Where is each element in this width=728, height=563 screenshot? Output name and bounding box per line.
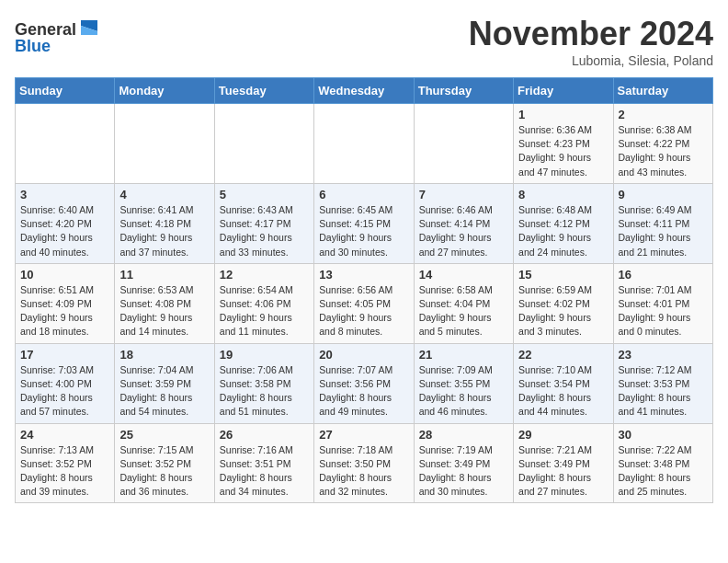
- calendar-cell: [16, 104, 115, 184]
- day-number: 20: [319, 348, 408, 362]
- weekday-header-sunday: Sunday: [16, 78, 115, 104]
- calendar-cell: [414, 104, 513, 184]
- day-number: 1: [518, 108, 608, 121]
- calendar-week-3: 10Sunrise: 6:51 AM Sunset: 4:09 PM Dayli…: [16, 263, 713, 343]
- calendar-table: SundayMondayTuesdayWednesdayThursdayFrid…: [15, 77, 713, 503]
- calendar-cell: 3Sunrise: 6:40 AM Sunset: 4:20 PM Daylig…: [16, 183, 115, 263]
- day-info: Sunrise: 7:19 AM Sunset: 3:49 PM Dayligh…: [419, 443, 508, 500]
- logo-icon: General Blue: [15, 15, 97, 55]
- day-info: Sunrise: 7:12 AM Sunset: 3:53 PM Dayligh…: [619, 363, 708, 419]
- calendar-cell: 16Sunrise: 7:01 AM Sunset: 4:01 PM Dayli…: [613, 263, 712, 343]
- logo: General Blue: [15, 15, 97, 55]
- calendar-cell: 29Sunrise: 7:21 AM Sunset: 3:49 PM Dayli…: [514, 423, 613, 503]
- day-number: 26: [220, 428, 309, 442]
- day-info: Sunrise: 6:36 AM Sunset: 4:23 PM Dayligh…: [518, 123, 608, 179]
- calendar-cell: [214, 104, 313, 184]
- day-number: 5: [220, 188, 309, 201]
- day-number: 18: [119, 348, 209, 362]
- day-number: 28: [419, 428, 508, 442]
- calendar-cell: [115, 104, 214, 184]
- day-number: 7: [419, 188, 508, 201]
- day-info: Sunrise: 6:40 AM Sunset: 4:20 PM Dayligh…: [20, 203, 109, 259]
- calendar-cell: 17Sunrise: 7:03 AM Sunset: 4:00 PM Dayli…: [16, 343, 115, 423]
- day-number: 6: [319, 188, 408, 201]
- day-number: 15: [518, 268, 608, 282]
- calendar-cell: [314, 104, 414, 184]
- calendar-cell: 18Sunrise: 7:04 AM Sunset: 3:59 PM Dayli…: [115, 343, 214, 423]
- day-number: 8: [518, 188, 608, 201]
- calendar-week-5: 24Sunrise: 7:13 AM Sunset: 3:52 PM Dayli…: [16, 423, 713, 503]
- calendar-week-2: 3Sunrise: 6:40 AM Sunset: 4:20 PM Daylig…: [16, 183, 713, 263]
- day-info: Sunrise: 7:09 AM Sunset: 3:55 PM Dayligh…: [419, 363, 508, 419]
- day-number: 30: [619, 428, 708, 442]
- calendar-cell: 21Sunrise: 7:09 AM Sunset: 3:55 PM Dayli…: [414, 343, 513, 423]
- day-info: Sunrise: 7:16 AM Sunset: 3:51 PM Dayligh…: [220, 443, 309, 500]
- calendar-week-1: 1Sunrise: 6:36 AM Sunset: 4:23 PM Daylig…: [16, 104, 713, 184]
- day-number: 9: [619, 188, 708, 201]
- day-info: Sunrise: 6:53 AM Sunset: 4:08 PM Dayligh…: [119, 283, 209, 339]
- calendar-cell: 26Sunrise: 7:16 AM Sunset: 3:51 PM Dayli…: [214, 423, 313, 503]
- day-info: Sunrise: 6:45 AM Sunset: 4:15 PM Dayligh…: [319, 203, 408, 259]
- calendar-cell: 9Sunrise: 6:49 AM Sunset: 4:11 PM Daylig…: [613, 183, 712, 263]
- day-info: Sunrise: 6:48 AM Sunset: 4:12 PM Dayligh…: [518, 203, 608, 259]
- calendar-cell: 5Sunrise: 6:43 AM Sunset: 4:17 PM Daylig…: [214, 183, 313, 263]
- calendar-cell: 14Sunrise: 6:58 AM Sunset: 4:04 PM Dayli…: [414, 263, 513, 343]
- day-info: Sunrise: 6:46 AM Sunset: 4:14 PM Dayligh…: [419, 203, 508, 259]
- day-number: 19: [220, 348, 309, 362]
- day-info: Sunrise: 7:03 AM Sunset: 4:00 PM Dayligh…: [20, 363, 109, 419]
- day-info: Sunrise: 7:21 AM Sunset: 3:49 PM Dayligh…: [518, 443, 608, 500]
- day-number: 2: [619, 108, 708, 121]
- day-number: 23: [619, 348, 708, 362]
- day-info: Sunrise: 6:51 AM Sunset: 4:09 PM Dayligh…: [20, 283, 109, 339]
- calendar-cell: 13Sunrise: 6:56 AM Sunset: 4:05 PM Dayli…: [314, 263, 414, 343]
- day-number: 17: [20, 348, 109, 362]
- calendar-week-4: 17Sunrise: 7:03 AM Sunset: 4:00 PM Dayli…: [16, 343, 713, 423]
- day-info: Sunrise: 6:59 AM Sunset: 4:02 PM Dayligh…: [518, 283, 608, 339]
- calendar-cell: 15Sunrise: 6:59 AM Sunset: 4:02 PM Dayli…: [514, 263, 613, 343]
- day-number: 21: [419, 348, 508, 362]
- day-info: Sunrise: 7:15 AM Sunset: 3:52 PM Dayligh…: [119, 443, 209, 500]
- day-number: 10: [20, 268, 109, 282]
- day-info: Sunrise: 7:18 AM Sunset: 3:50 PM Dayligh…: [319, 443, 408, 500]
- calendar-cell: 24Sunrise: 7:13 AM Sunset: 3:52 PM Dayli…: [16, 423, 115, 503]
- weekday-header-saturday: Saturday: [613, 78, 712, 104]
- day-number: 29: [518, 428, 608, 442]
- day-info: Sunrise: 7:13 AM Sunset: 3:52 PM Dayligh…: [20, 443, 109, 500]
- location-subtitle: Lubomia, Silesia, Poland: [469, 53, 713, 68]
- day-info: Sunrise: 6:43 AM Sunset: 4:17 PM Dayligh…: [220, 203, 309, 259]
- day-info: Sunrise: 6:58 AM Sunset: 4:04 PM Dayligh…: [419, 283, 508, 339]
- day-info: Sunrise: 7:10 AM Sunset: 3:54 PM Dayligh…: [518, 363, 608, 419]
- weekday-header-monday: Monday: [115, 78, 214, 104]
- calendar-cell: 25Sunrise: 7:15 AM Sunset: 3:52 PM Dayli…: [115, 423, 214, 503]
- day-info: Sunrise: 7:04 AM Sunset: 3:59 PM Dayligh…: [119, 363, 209, 419]
- day-info: Sunrise: 7:07 AM Sunset: 3:56 PM Dayligh…: [319, 363, 408, 419]
- weekday-header-row: SundayMondayTuesdayWednesdayThursdayFrid…: [16, 78, 713, 104]
- calendar-cell: 27Sunrise: 7:18 AM Sunset: 3:50 PM Dayli…: [314, 423, 414, 503]
- calendar-cell: 4Sunrise: 6:41 AM Sunset: 4:18 PM Daylig…: [115, 183, 214, 263]
- calendar-cell: 1Sunrise: 6:36 AM Sunset: 4:23 PM Daylig…: [514, 104, 613, 184]
- calendar-cell: 28Sunrise: 7:19 AM Sunset: 3:49 PM Dayli…: [414, 423, 513, 503]
- day-number: 16: [619, 268, 708, 282]
- day-number: 24: [20, 428, 109, 442]
- day-info: Sunrise: 7:22 AM Sunset: 3:48 PM Dayligh…: [619, 443, 708, 500]
- day-number: 13: [319, 268, 408, 282]
- page-header: General Blue November 2024 Lubomia, Sile…: [15, 15, 713, 68]
- calendar-cell: 6Sunrise: 6:45 AM Sunset: 4:15 PM Daylig…: [314, 183, 414, 263]
- day-number: 11: [119, 268, 209, 282]
- calendar-cell: 19Sunrise: 7:06 AM Sunset: 3:58 PM Dayli…: [214, 343, 313, 423]
- day-number: 12: [220, 268, 309, 282]
- day-number: 14: [419, 268, 508, 282]
- month-title: November 2024: [469, 15, 713, 53]
- day-info: Sunrise: 6:54 AM Sunset: 4:06 PM Dayligh…: [220, 283, 309, 339]
- weekday-header-tuesday: Tuesday: [214, 78, 313, 104]
- calendar-cell: 10Sunrise: 6:51 AM Sunset: 4:09 PM Dayli…: [16, 263, 115, 343]
- weekday-header-thursday: Thursday: [414, 78, 513, 104]
- day-info: Sunrise: 6:49 AM Sunset: 4:11 PM Dayligh…: [619, 203, 708, 259]
- calendar-cell: 30Sunrise: 7:22 AM Sunset: 3:48 PM Dayli…: [613, 423, 712, 503]
- svg-text:Blue: Blue: [15, 37, 51, 55]
- day-info: Sunrise: 7:06 AM Sunset: 3:58 PM Dayligh…: [220, 363, 309, 419]
- calendar-cell: 20Sunrise: 7:07 AM Sunset: 3:56 PM Dayli…: [314, 343, 414, 423]
- weekday-header-wednesday: Wednesday: [314, 78, 414, 104]
- calendar-cell: 22Sunrise: 7:10 AM Sunset: 3:54 PM Dayli…: [514, 343, 613, 423]
- day-number: 3: [20, 188, 109, 201]
